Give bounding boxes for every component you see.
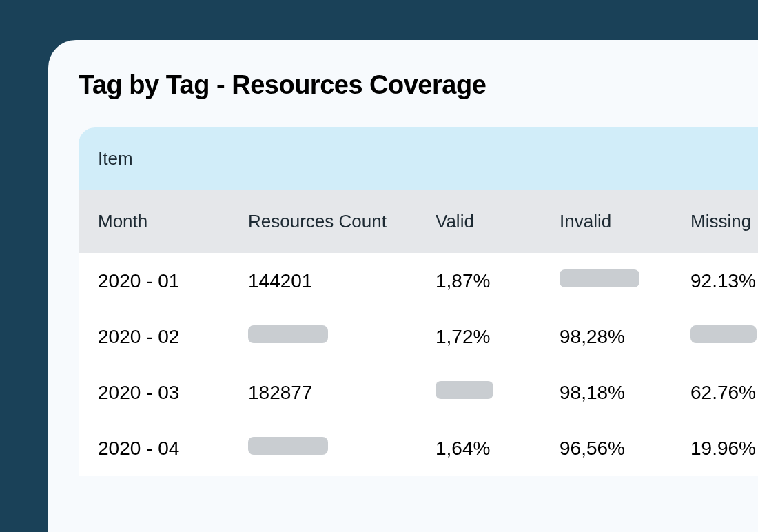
column-header-row: Month Resources Count Valid Invalid Miss… bbox=[79, 190, 758, 253]
cell-month: 2020 - 04 bbox=[98, 438, 248, 460]
loading-placeholder-icon bbox=[436, 381, 493, 399]
cell-month: 2020 - 02 bbox=[98, 326, 248, 348]
cell-valid: 1,64% bbox=[436, 438, 560, 460]
col-valid: Valid bbox=[436, 211, 560, 232]
cell-missing: 92.13% bbox=[690, 270, 758, 292]
loading-placeholder-icon bbox=[690, 325, 757, 343]
cell-valid: 1,87% bbox=[436, 270, 560, 292]
table-row: 2020 - 041,64%96,56%19.96% bbox=[79, 420, 758, 476]
col-resources: Resources Count bbox=[248, 211, 436, 232]
cell-valid bbox=[436, 381, 560, 404]
loading-placeholder-icon bbox=[248, 437, 328, 455]
loading-placeholder-icon bbox=[560, 269, 639, 287]
cell-missing bbox=[690, 325, 758, 348]
item-header: Item bbox=[79, 127, 758, 190]
loading-placeholder-icon bbox=[248, 325, 328, 343]
col-missing: Missing bbox=[690, 211, 758, 232]
cell-invalid bbox=[560, 269, 690, 292]
cell-resources: 182877 bbox=[248, 382, 436, 404]
col-month: Month bbox=[98, 211, 248, 232]
cell-missing: 62.76% bbox=[690, 382, 758, 404]
cell-missing: 19.96% bbox=[690, 438, 758, 460]
cell-month: 2020 - 03 bbox=[98, 382, 248, 404]
report-card: Tag by Tag - Resources Coverage Item Mon… bbox=[48, 40, 758, 532]
cell-month: 2020 - 01 bbox=[98, 270, 248, 292]
cell-resources bbox=[248, 437, 436, 460]
cell-invalid: 98,28% bbox=[560, 326, 690, 348]
table-row: 2020 - 011442011,87%92.13% bbox=[79, 253, 758, 309]
cell-valid: 1,72% bbox=[436, 326, 560, 348]
col-invalid: Invalid bbox=[560, 211, 690, 232]
cell-resources: 144201 bbox=[248, 270, 436, 292]
table-row: 2020 - 021,72%98,28% bbox=[79, 309, 758, 365]
table-row: 2020 - 0318287798,18%62.76% bbox=[79, 365, 758, 420]
page-title: Tag by Tag - Resources Coverage bbox=[79, 70, 758, 100]
cell-invalid: 98,18% bbox=[560, 382, 690, 404]
cell-resources bbox=[248, 325, 436, 348]
cell-invalid: 96,56% bbox=[560, 438, 690, 460]
coverage-table: Item Month Resources Count Valid Invalid… bbox=[79, 127, 758, 476]
